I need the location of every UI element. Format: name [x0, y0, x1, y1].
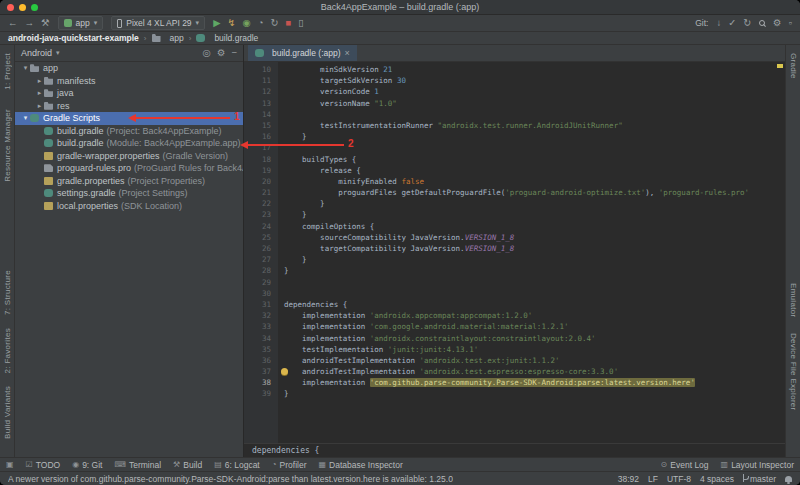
file-encoding[interactable]: UTF-8 [667, 474, 691, 484]
editor-tab[interactable]: build.gradle (:app) × [248, 45, 357, 61]
code-line-15[interactable]: 15 testInstrumentationRunner "androidx.t… [244, 120, 779, 131]
toolwindow-layout-inspector[interactable]: ▥Layout Inspector [721, 460, 794, 470]
sync-gradle-icon[interactable]: ↻ [270, 18, 278, 28]
tree-item-gradle-wrapper-properties[interactable]: gradle-wrapper.properties(Gradle Version… [15, 150, 243, 163]
toolwindow-event-log[interactable]: ⊙Event Log [661, 460, 709, 470]
toolwindow-toggle-icon[interactable]: ▣ [6, 460, 14, 469]
code-line-10[interactable]: 10 minSdkVersion 21 [244, 64, 779, 75]
code-line-34[interactable]: 34 implementation 'androidx.constraintla… [244, 333, 779, 344]
tree-item-gradle-properties[interactable]: gradle.properties(Project Properties) [15, 175, 243, 188]
code-line-30[interactable]: 30 [244, 288, 779, 299]
tree-expanded-arrow-icon[interactable]: ▾ [21, 114, 30, 122]
tree-item-gradle-scripts[interactable]: ▾Gradle Scripts [15, 112, 243, 125]
code-line-29[interactable]: 29 [244, 277, 779, 288]
search-icon[interactable] [759, 20, 765, 26]
code-line-35[interactable]: 35 testImplementation 'junit:junit:4.13.… [244, 344, 779, 355]
toolstrip-emulator[interactable]: Emulator [789, 283, 798, 317]
settings-icon[interactable]: ⚙ [217, 48, 226, 58]
code-line-31[interactable]: 31dependencies { [244, 299, 779, 310]
code-line-22[interactable]: 22 } [244, 198, 779, 209]
toolstrip-1-project[interactable]: 1: Project [3, 53, 12, 90]
profile-icon[interactable]: ◔ [258, 18, 264, 28]
module-selector[interactable]: app ▾ [58, 16, 104, 30]
run-icon[interactable]: ▶ [213, 18, 220, 28]
select-opened-file-icon[interactable]: ◎ [203, 48, 211, 58]
toolstrip-build-variants[interactable]: Build Variants [3, 386, 12, 439]
code-line-32[interactable]: 32 implementation 'androidx.appcompat:ap… [244, 310, 779, 321]
hide-panel-icon[interactable]: − [231, 48, 237, 58]
tree-collapsed-arrow-icon[interactable]: ▸ [35, 102, 44, 110]
stop-icon[interactable]: ■ [285, 18, 291, 28]
tree-item-app[interactable]: ▾app [15, 62, 243, 75]
toolwindow-terminal[interactable]: ⌨Terminal [114, 460, 161, 470]
git-history-icon[interactable]: ↻ [743, 18, 751, 28]
code-line-18[interactable]: 18 buildTypes { [244, 154, 779, 165]
notifications-icon[interactable]: ▫ [789, 18, 792, 28]
tree-item-manifests[interactable]: ▸manifests [15, 75, 243, 88]
settings-gear-icon[interactable]: ⚙ [773, 18, 782, 28]
tree-item-java[interactable]: ▸java [15, 87, 243, 100]
toolwindow-profiler[interactable]: ◔Profiler [272, 460, 307, 470]
code-line-33[interactable]: 33 implementation 'com.google.android.ma… [244, 321, 779, 332]
tree-expanded-arrow-icon[interactable]: ▾ [21, 64, 30, 72]
build-hammer-icon[interactable]: ⚒ [41, 18, 50, 28]
notifications-bell-icon[interactable] [785, 476, 792, 482]
code-line-19[interactable]: 19 release { [244, 165, 779, 176]
code-line-23[interactable]: 23 } [244, 209, 779, 220]
toolwindow-9-git[interactable]: ◉9: Git [72, 460, 102, 470]
code-line-39[interactable]: 39} [244, 388, 779, 399]
intention-bulb-icon[interactable] [281, 368, 288, 375]
code-line-12[interactable]: 12 versionCode 1 [244, 86, 779, 97]
code-line-26[interactable]: 26 targetCompatibility JavaVersion.VERSI… [244, 243, 779, 254]
toolwindow-database-inspector[interactable]: ▦Database Inspector [319, 460, 403, 470]
code-line-25[interactable]: 25 sourceCompatibility JavaVersion.VERSI… [244, 232, 779, 243]
line-ending[interactable]: LF [648, 474, 658, 484]
code-line-24[interactable]: 24 compileOptions { [244, 221, 779, 232]
breadcrumb-app[interactable]: app [170, 33, 184, 43]
tree-collapsed-arrow-icon[interactable]: ▸ [35, 77, 44, 85]
scrollbar-warning-marker[interactable] [777, 64, 783, 68]
git-update-icon[interactable]: ↓ [716, 18, 721, 28]
back-icon[interactable]: ← [8, 18, 18, 28]
toolstrip-7-structure[interactable]: 7: Structure [3, 270, 12, 315]
toolstrip-device-file-explorer[interactable]: Device File Explorer [789, 333, 798, 411]
toolstrip-2-favorites[interactable]: 2: Favorites [3, 328, 12, 373]
code-line-27[interactable]: 27 } [244, 254, 779, 265]
device-manager-icon[interactable]: ▯ [298, 18, 303, 28]
code-line-20[interactable]: 20 minifyEnabled false [244, 176, 779, 187]
tree-item-proguard-rules-pro[interactable]: proguard-rules.pro(ProGuard Rules for Ba… [15, 162, 243, 175]
breadcrumb-file[interactable]: build.gradle [214, 33, 258, 43]
apply-changes-icon[interactable]: ↯ [227, 18, 235, 28]
close-tab-icon[interactable]: × [345, 48, 350, 58]
project-view-selector[interactable]: Android [21, 48, 52, 58]
code-line-16[interactable]: 16 } [244, 131, 779, 142]
debug-icon[interactable]: ◉ [242, 18, 250, 28]
tree-item-local-properties[interactable]: local.properties(SDK Location) [15, 200, 243, 213]
tree-item-build-gradle[interactable]: build.gradle(Project: Back4AppExample) [15, 125, 243, 138]
toolstrip-gradle[interactable]: Gradle [789, 53, 798, 79]
code-line-17[interactable]: 17 [244, 142, 779, 153]
code-line-14[interactable]: 14 [244, 109, 779, 120]
device-selector[interactable]: Pixel 4 XL API 29 ▾ [111, 16, 205, 30]
code-line-28[interactable]: 28} [244, 265, 779, 276]
tree-item-settings-gradle[interactable]: settings.gradle(Project Settings) [15, 187, 243, 200]
toolwindow-6-logcat[interactable]: ▤6: Logcat [214, 460, 260, 470]
tree-item-res[interactable]: ▸res [15, 100, 243, 113]
indent-setting[interactable]: 4 spaces [700, 474, 734, 484]
forward-icon[interactable]: → [25, 18, 35, 28]
code-line-38[interactable]: 38 implementation 'com.github.parse-comm… [244, 377, 779, 388]
editor-lines[interactable]: 10 minSdkVersion 2111 targetSdkVersion 3… [244, 64, 779, 443]
git-commit-icon[interactable]: ✓ [728, 18, 736, 28]
toolwindow-todo[interactable]: ☑TODO [26, 460, 61, 470]
tree-item-build-gradle[interactable]: build.gradle(Module: Back4AppExample.app… [15, 137, 243, 150]
code-line-21[interactable]: 21 proguardFiles getDefaultProguardFile(… [244, 187, 779, 198]
code-line-11[interactable]: 11 targetSdkVersion 30 [244, 75, 779, 86]
git-branch-widget[interactable]: master [743, 474, 776, 484]
breadcrumb-project[interactable]: android-java-quickstart-example [8, 33, 139, 43]
code-line-37[interactable]: 37 androidTestImplementation 'androidx.t… [244, 366, 779, 377]
code-line-13[interactable]: 13 versionName "1.0" [244, 98, 779, 109]
code-line-36[interactable]: 36 androidTestImplementation 'androidx.t… [244, 355, 779, 366]
toolwindow-build[interactable]: ⚒Build [173, 460, 202, 470]
toolstrip-resource-manager[interactable]: Resource Manager [3, 109, 12, 182]
tree-collapsed-arrow-icon[interactable]: ▸ [35, 89, 44, 97]
